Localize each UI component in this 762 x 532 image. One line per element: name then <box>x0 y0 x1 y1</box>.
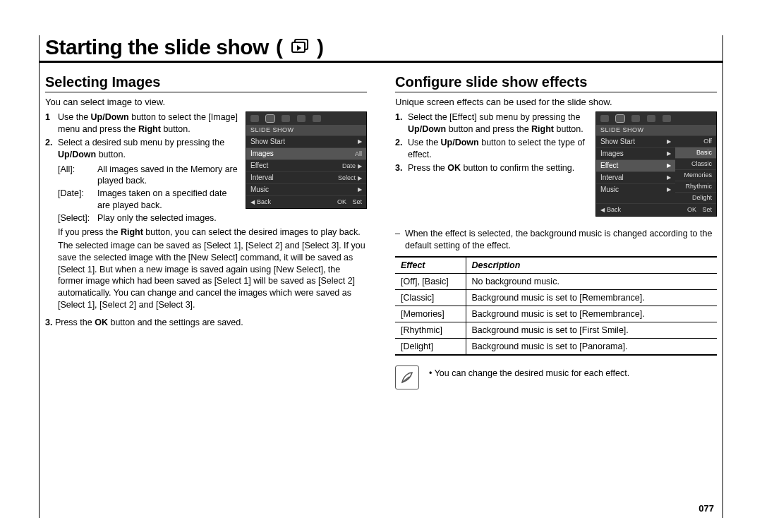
dl-def: Play only the selected images. <box>97 212 238 224</box>
lcd-icon-row <box>246 112 366 125</box>
lcd-tab-icon <box>647 115 655 122</box>
cell-description: Background music is set to [Remembrance]… <box>466 289 717 306</box>
lcd-row: Show Start ▶ <box>246 135 366 147</box>
cell-description: Background music is set to [Panorama]. <box>466 338 717 355</box>
paragraph: If you press the Right button, you can s… <box>58 226 367 238</box>
lcd-row-label: Images <box>250 150 274 157</box>
left-column: Selecting Images You can select image to… <box>45 70 367 389</box>
right-lede: Unique screen effects can be used for th… <box>395 97 717 107</box>
step-text: Use the Up/Down button to select the typ… <box>408 137 588 161</box>
lcd-value: Off <box>675 135 716 147</box>
table-row: [Rhythmic] Background music is set to [F… <box>395 322 717 338</box>
cell-effect: [Delight] <box>395 338 466 355</box>
dl-term: [All]: <box>58 164 97 188</box>
lcd-header: SLIDE SHOW <box>246 125 366 135</box>
back-triangle-icon: ◀ <box>600 207 605 213</box>
step-number: 1. <box>395 111 408 135</box>
lcd-ok-label: OK <box>337 199 346 205</box>
lcd-row-label: Images <box>600 150 624 157</box>
lcd-set-label: Set <box>702 207 712 213</box>
table-row: [Classic] Background music is set to [Re… <box>395 289 717 306</box>
effects-table: Effect Description [Off], [Basic] No bac… <box>395 256 717 356</box>
lcd-row-label: Effect <box>600 162 618 169</box>
paragraph: The selected image can be saved as [Sele… <box>58 240 367 311</box>
step-number: 3. <box>395 162 408 174</box>
table-header-effect: Effect <box>395 257 466 274</box>
lcd-tab-icon <box>631 115 640 122</box>
table-row: [Off], [Basic] No background music. <box>395 273 717 289</box>
dl-def: All images saved in the Memory are playe… <box>97 164 238 188</box>
left-heading: Selecting Images <box>45 74 367 92</box>
lcd-row-label: Interval <box>250 174 274 181</box>
lcd-row: Music▶ <box>596 183 675 195</box>
lcd-row-label: Music <box>600 186 619 193</box>
chevron-right-icon: ▶ <box>358 187 362 193</box>
cell-description: No background music. <box>466 273 717 289</box>
lcd-row: Show Start▶ <box>596 135 675 147</box>
lcd-row-value: All <box>355 150 362 157</box>
lcd-row-value: Select <box>338 174 356 181</box>
step-text: Select the [Effect] sub menu by pressing… <box>408 111 588 135</box>
dl-term: [Select]: <box>58 212 97 224</box>
lcd-value: Delight <box>675 192 716 203</box>
lcd-tab-icon <box>250 115 259 122</box>
step-text: Press the OK button to confirm the setti… <box>408 162 588 174</box>
lcd-row-selected: Effect▶ <box>596 159 675 171</box>
slideshow-icon <box>290 39 310 54</box>
lcd-value-selected: Basic <box>675 147 716 158</box>
step-3: 3. Press the OK button and the settings … <box>45 317 367 329</box>
lcd-back-label: Back <box>257 199 271 205</box>
cell-effect: [Rhythmic] <box>395 322 466 338</box>
lcd-row-label: Effect <box>250 162 268 169</box>
title-paren-close: ) <box>317 35 324 59</box>
lcd-menu-right: SLIDE SHOW Show Start▶ Images▶ Effect▶ I… <box>595 111 717 217</box>
back-triangle-icon: ◀ <box>250 200 255 205</box>
lcd-tab-icon <box>313 115 321 122</box>
note-item: You can change the desired music for eac… <box>429 368 629 378</box>
dl-term: [Date]: <box>58 188 97 212</box>
lcd-tab-icon <box>266 115 274 122</box>
lcd-row-value: Date <box>342 162 356 169</box>
lcd-tab-icon <box>297 115 306 122</box>
lcd-ok-label: OK <box>687 207 696 213</box>
lcd-row-label: Interval <box>600 174 624 181</box>
step-number: 1 <box>45 111 58 135</box>
cell-description: Background music is set to [First Smile]… <box>466 322 717 338</box>
cell-description: Background music is set to [Remembrance]… <box>466 306 717 322</box>
lcd-back-label: Back <box>607 207 621 213</box>
lcd-row-selected: Images All <box>246 147 366 159</box>
title-paren: ( <box>276 35 283 59</box>
lcd-footer: ◀Back OK Set <box>246 195 366 208</box>
lcd-row-label: Show Start <box>250 138 285 145</box>
lcd-tab-icon <box>663 115 671 122</box>
note-block: You can change the desired music for eac… <box>395 365 717 389</box>
step-text: Use the Up/Down button to select the [Im… <box>58 111 238 135</box>
lcd-header: SLIDE SHOW <box>596 125 716 135</box>
lcd-row-label: Show Start <box>600 138 635 145</box>
dl-def: Images taken on a specified date are pla… <box>97 188 238 212</box>
lcd-tab-icon <box>616 115 624 122</box>
lcd-value: Memories <box>675 169 716 181</box>
lcd-row: Images▶ <box>596 147 675 159</box>
lcd-row-label: Music <box>250 186 269 193</box>
table-header-description: Description <box>466 257 717 274</box>
cell-effect: [Classic] <box>395 289 466 306</box>
cell-effect: [Off], [Basic] <box>395 273 466 289</box>
lcd-row: Interval▶ <box>596 171 675 183</box>
left-lede: You can select image to view. <box>45 97 367 107</box>
lcd-footer: ◀Back OK Set <box>596 203 716 216</box>
lcd-icon-row <box>596 112 716 125</box>
lcd-value: Classic <box>675 158 716 169</box>
cell-effect: [Memories] <box>395 306 466 322</box>
note-icon <box>395 365 419 389</box>
page-number: 077 <box>698 503 714 514</box>
lcd-tab-icon <box>282 115 290 122</box>
step-number: 2. <box>395 137 408 161</box>
lcd-value: Rhythmic <box>675 181 716 192</box>
table-row: [Memories] Background music is set to [R… <box>395 306 717 322</box>
chevron-right-icon: ▶ <box>358 139 362 145</box>
table-row: [Delight] Background music is set to [Pa… <box>395 338 717 355</box>
lcd-tab-icon <box>600 115 609 122</box>
right-heading: Configure slide show effects <box>395 74 717 92</box>
step-number: 2. <box>45 137 58 161</box>
